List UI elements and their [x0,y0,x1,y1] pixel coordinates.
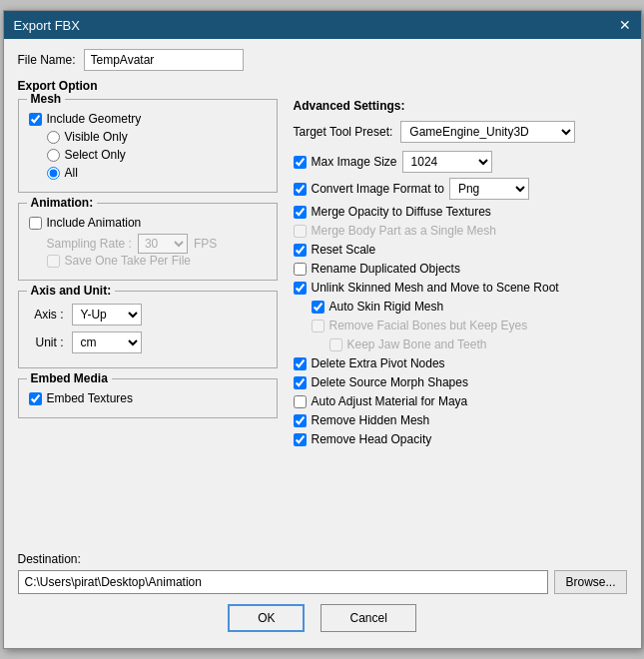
destination-label: Destination: [18,552,627,566]
save-one-take-label: Save One Take Per File [65,254,192,268]
merge-body-row: Merge Body Part as a Single Mesh [294,224,627,238]
merge-opacity-checkbox[interactable] [294,206,307,219]
auto-adjust-label: Auto Adjust Material for Maya [312,394,468,408]
export-option-label: Export Option [18,79,627,93]
animation-title: Animation: [27,196,98,210]
unlink-skinned-label: Unlink Skinned Mesh and Move to Scene Ro… [312,281,559,295]
axis-unit-content: Axis : Y-Up Z-Up Unit : cm m inch [29,304,267,353]
remove-facial-label: Remove Facial Bones but Keep Eyes [329,319,528,332]
preset-select[interactable]: GameEngine_Unity3D GameEngine_Unreal May… [400,121,575,143]
embed-textures-row: Embed Textures [29,391,267,405]
export-fbx-dialog: Export FBX ✕ File Name: Export Option Me… [3,10,642,649]
reset-scale-checkbox[interactable] [294,244,307,257]
reset-scale-row: Reset Scale [294,243,627,257]
include-animation-row: Include Animation [29,216,267,230]
sampling-rate-select[interactable]: 30 [138,234,188,254]
select-only-row: Select Only [47,148,267,162]
bottom-buttons: OK Cancel [18,594,627,638]
merge-body-checkbox[interactable] [294,225,307,238]
all-radio[interactable] [47,167,60,180]
destination-input-row: Browse... [18,570,627,594]
ok-button[interactable]: OK [228,604,305,632]
convert-image-select[interactable]: Png Jpg Tiff [449,178,529,200]
keep-jaw-checkbox[interactable] [329,338,342,351]
auto-adjust-checkbox[interactable] [294,395,307,408]
close-button[interactable]: ✕ [619,17,631,33]
mesh-group: Mesh Include Geometry Visible Only Se [18,99,278,193]
merge-opacity-row: Merge Opacity to Diffuse Textures [294,205,627,219]
fps-label: FPS [194,237,217,251]
preset-row: Target Tool Preset: GameEngine_Unity3D G… [294,121,627,143]
remove-hidden-row: Remove Hidden Mesh [294,413,627,427]
save-one-take-row: Save One Take Per File [47,254,267,268]
remove-hidden-checkbox[interactable] [294,414,307,427]
auto-skin-label: Auto Skin Rigid Mesh [329,300,444,314]
all-label: All [65,166,78,180]
left-column: Mesh Include Geometry Visible Only Se [18,99,278,542]
sampling-rate-row: Sampling Rate : 30 FPS [47,234,267,254]
file-name-input[interactable] [84,49,244,71]
destination-section: Destination: Browse... [18,552,627,594]
axis-select[interactable]: Y-Up Z-Up [72,304,142,326]
include-geometry-checkbox[interactable] [29,113,42,126]
cancel-button[interactable]: Cancel [321,604,415,632]
advanced-title: Advanced Settings: [294,99,627,113]
include-animation-label: Include Animation [47,216,142,230]
right-column: Advanced Settings: Target Tool Preset: G… [294,99,627,542]
delete-extra-pivot-label: Delete Extra Pivot Nodes [312,356,445,370]
animation-group: Animation: Include Animation Sampling Ra… [18,203,278,281]
embed-textures-checkbox[interactable] [29,392,42,405]
two-col-layout: Mesh Include Geometry Visible Only Se [18,99,627,542]
unit-label: Unit : [29,335,64,349]
destination-input[interactable] [18,570,549,594]
mesh-content: Include Geometry Visible Only Select Onl… [29,112,267,180]
title-bar: Export FBX ✕ [4,11,641,39]
delete-extra-pivot-checkbox[interactable] [294,357,307,370]
include-geometry-row: Include Geometry [29,112,267,126]
rename-duplicated-checkbox[interactable] [294,263,307,276]
max-image-size-label: Max Image Size [312,155,397,169]
browse-button[interactable]: Browse... [554,570,626,594]
delete-source-morph-label: Delete Source Morph Shapes [312,375,468,389]
convert-image-checkbox[interactable] [294,183,307,196]
auto-skin-row: Auto Skin Rigid Mesh [312,300,627,314]
mesh-title: Mesh [27,92,66,106]
select-only-radio[interactable] [47,149,60,162]
axis-label: Axis : [29,308,64,322]
save-one-take-checkbox[interactable] [47,255,60,268]
dialog-body: File Name: Export Option Mesh Include Ge… [4,39,641,648]
embed-media-content: Embed Textures [29,391,267,405]
convert-image-label: Convert Image Format to [312,182,444,196]
visible-only-radio[interactable] [47,131,60,144]
auto-skin-checkbox[interactable] [312,301,324,314]
rename-duplicated-row: Rename Duplicated Objects [294,262,627,276]
max-image-size-select[interactable]: 256 512 1024 2048 [402,151,492,173]
file-name-row: File Name: [18,49,627,71]
embed-media-group: Embed Media Embed Textures [18,378,278,418]
all-row: All [47,166,267,180]
include-animation-checkbox[interactable] [29,217,42,230]
delete-extra-pivot-row: Delete Extra Pivot Nodes [294,356,627,370]
keep-jaw-label: Keep Jaw Bone and Teeth [347,337,487,351]
delete-source-morph-checkbox[interactable] [294,376,307,389]
embed-media-title: Embed Media [27,371,112,385]
rename-duplicated-label: Rename Duplicated Objects [312,262,460,276]
merge-body-label: Merge Body Part as a Single Mesh [312,224,496,238]
unit-select[interactable]: cm m inch [72,331,142,353]
delete-source-morph-row: Delete Source Morph Shapes [294,375,627,389]
dialog-title: Export FBX [14,18,80,33]
max-image-size-checkbox[interactable] [294,156,307,169]
axis-unit-title: Axis and Unit: [27,284,116,298]
unit-row: Unit : cm m inch [29,331,267,353]
preset-label: Target Tool Preset: [294,125,393,139]
unlink-skinned-checkbox[interactable] [294,282,307,295]
reset-scale-label: Reset Scale [312,243,376,257]
remove-facial-row: Remove Facial Bones but Keep Eyes [312,319,627,332]
remove-hidden-label: Remove Hidden Mesh [312,413,430,427]
remove-facial-checkbox[interactable] [312,320,324,332]
file-name-label: File Name: [18,53,76,67]
include-geometry-label: Include Geometry [47,112,142,126]
remove-head-opacity-checkbox[interactable] [294,433,307,446]
convert-image-row: Convert Image Format to Png Jpg Tiff [294,178,627,200]
axis-row: Axis : Y-Up Z-Up [29,304,267,326]
